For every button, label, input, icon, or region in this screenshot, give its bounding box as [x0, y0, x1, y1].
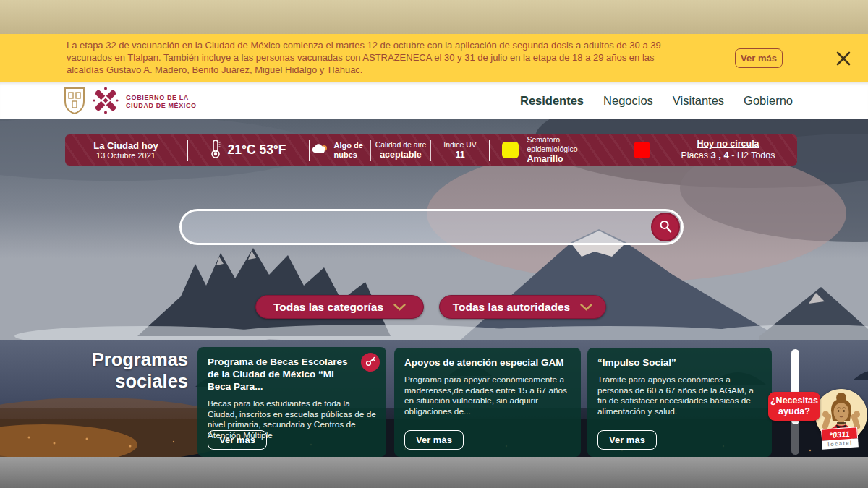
hero-section: La Ciudad hoy 13 Octubre 2021 21°C 53°F: [0, 119, 868, 457]
categories-dropdown[interactable]: Todas las categorías: [255, 295, 424, 319]
bottom-gray-band: [0, 457, 868, 488]
date-value: 13 Octubre 2021: [93, 151, 158, 160]
uv-index-label: Indice UV: [443, 140, 477, 150]
program-card[interactable]: Programa de Becas Escolares de la Ciudad…: [197, 347, 386, 457]
uv-index-section: Indice UV 11: [431, 134, 489, 166]
program-card-body: Trámite para apoyos económicos a persona…: [597, 374, 762, 416]
program-card-title: “Impulso Social”: [597, 356, 762, 369]
air-quality-section: Calidad de aire aceptable: [371, 134, 430, 166]
chevron-down-icon: [393, 301, 406, 314]
alert-banner: La etapa 32 de vacunación en la Ciudad d…: [0, 34, 868, 82]
authorities-dropdown-label: Todas las autoridades: [453, 301, 571, 314]
air-quality-label: Calidad de aire: [375, 140, 427, 150]
help-bubble[interactable]: ¿Necesitas ayuda?: [768, 392, 820, 421]
thermometer-icon: [210, 139, 221, 162]
search-input[interactable]: [182, 211, 681, 243]
semaforo-label: Semáforo epidemiológico: [527, 135, 613, 154]
program-card-body: Programa para apoyar económicamente a ma…: [404, 374, 571, 416]
circula-detail: Placas 3 , 4 - H2 Todos: [659, 150, 797, 161]
ver-mas-button[interactable]: Ver más: [597, 430, 657, 450]
date-title: La Ciudad hoy: [93, 140, 158, 151]
program-card-title: Apoyos de atención especial GAM: [404, 356, 571, 369]
logo-text: GOBIERNO DE LA CIUDAD DE MÉXICO: [126, 94, 197, 110]
shield-logo-icon: [64, 87, 85, 117]
main-nav: Residentes Negocios Visitantes Gobierno: [520, 82, 793, 119]
search-bar: [179, 209, 684, 245]
circula-red-indicator: [634, 142, 650, 158]
semaforo-yellow-indicator: [502, 142, 519, 158]
temperature-section: 21°C 53°F: [188, 134, 309, 166]
program-card[interactable]: Apoyos de atención especial GAM Programa…: [394, 348, 581, 457]
nav-item-gobierno[interactable]: Gobierno: [744, 94, 793, 108]
uv-index-value: 11: [443, 150, 477, 160]
chevron-down-icon: [580, 301, 592, 314]
close-icon[interactable]: [835, 50, 852, 67]
semaforo-section: Semáforo epidemiológico Amarillo: [490, 134, 613, 166]
semaforo-value: Amarillo: [527, 154, 613, 165]
locatel-badge[interactable]: *0311 locatel: [821, 427, 859, 449]
weather-section: Algo de nubes: [310, 134, 370, 166]
date-section: La Ciudad hoy 13 Octubre 2021: [65, 134, 187, 166]
cdmx-homepage: La etapa 32 de vacunación en la Ciudad d…: [0, 0, 868, 488]
city-info-bar: La Ciudad hoy 13 Octubre 2021 21°C 53°F: [65, 134, 797, 166]
banner-ver-mas-button[interactable]: Ver más: [735, 48, 783, 68]
programs-section-title: Programas sociales: [42, 348, 188, 392]
site-header: GOBIERNO DE LA CIUDAD DE MÉXICO Resident…: [0, 82, 868, 119]
search-button[interactable]: [651, 213, 680, 241]
ver-mas-button[interactable]: Ver más: [208, 430, 267, 450]
program-card[interactable]: “Impulso Social” Trámite para apoyos eco…: [587, 348, 772, 457]
program-card-title: Programa de Becas Escolares de la Ciudad…: [208, 356, 376, 393]
categories-dropdown-label: Todas las categorías: [273, 301, 383, 314]
cdmx-x-logo-icon: [91, 86, 120, 118]
nav-item-residentes[interactable]: Residentes: [520, 94, 584, 108]
top-strip: [0, 0, 868, 34]
search-icon: [658, 219, 673, 236]
nav-item-visitantes[interactable]: Visitantes: [673, 94, 724, 108]
alert-banner-text: La etapa 32 de vacunación en la Ciudad d…: [67, 39, 665, 76]
temperature-value: 21°C 53°F: [227, 142, 286, 158]
circula-title[interactable]: Hoy no circula: [659, 139, 797, 150]
weather-text: Algo de nubes: [334, 141, 369, 160]
key-icon: [365, 356, 376, 369]
nav-item-negocios[interactable]: Negocios: [603, 94, 653, 108]
ver-mas-button[interactable]: Ver más: [404, 430, 464, 450]
authorities-dropdown[interactable]: Todas las autoridades: [439, 295, 606, 319]
cloud-sun-icon: [312, 142, 329, 158]
air-quality-value: aceptable: [375, 150, 427, 160]
government-logo[interactable]: GOBIERNO DE LA CIUDAD DE MÉXICO: [64, 86, 197, 118]
program-badge[interactable]: [361, 353, 380, 372]
hoy-no-circula-section: Hoy no circula Placas 3 , 4 - H2 Todos: [613, 134, 797, 166]
